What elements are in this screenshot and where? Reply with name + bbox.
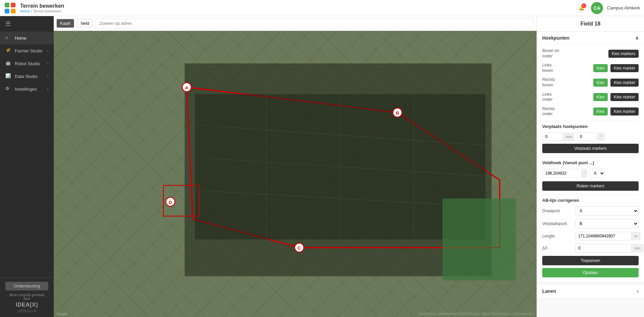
- chevron-right-icon: ›: [47, 75, 48, 78]
- svg-rect-1: [5, 3, 9, 7]
- kies-button-links-onder[interactable]: Kies: [593, 93, 608, 101]
- main-content: Kaart Veld: [54, 16, 644, 317]
- svg-rect-5: [185, 63, 492, 276]
- ab-lijn-title: AB-lijn corrigeren: [542, 198, 639, 203]
- verplaats-mm-input[interactable]: [542, 132, 562, 141]
- chevron-right-icon: ›: [47, 62, 48, 65]
- chevron-right-icon: ›: [47, 49, 48, 53]
- draaipunt-label: Draaipunt: [542, 209, 572, 213]
- toepassen-button[interactable]: Toepassen: [542, 256, 639, 265]
- deg-unit-label: °: [598, 133, 604, 141]
- svg-text:A: A: [185, 85, 188, 90]
- lanen-label: Lanen: [542, 288, 556, 294]
- veldhoek-point-select[interactable]: A B C D: [589, 169, 605, 178]
- lanen-section-header[interactable]: Lanen ›: [537, 284, 644, 298]
- roteer-markers-button[interactable]: Roteer markers: [542, 181, 639, 191]
- verplaats-markers-button[interactable]: Verplaats markers: [542, 144, 639, 153]
- chevron-right-icon: ›: [637, 288, 639, 294]
- opslaan-button[interactable]: Opslaan: [542, 268, 639, 277]
- sidebar-item-instellingen[interactable]: ⚙ Instellingen ›: [0, 83, 54, 95]
- data-icon: 📊: [5, 73, 11, 79]
- hamburger-button[interactable]: ☰: [0, 16, 54, 32]
- kies-marker-button-links-boven[interactable]: Kies marker: [610, 64, 639, 72]
- svg-text:B: B: [396, 110, 399, 116]
- svg-text:D: D: [169, 200, 172, 205]
- breadcrumb-home[interactable]: Home: [20, 9, 30, 13]
- sidebar-item-label: Home: [15, 36, 27, 41]
- kies-marker-button-rechts-onder[interactable]: Kies marker: [610, 107, 639, 116]
- map-credit-right: Sneltoetsen | Afbeeldingen ©2025 Airbus,…: [419, 312, 534, 316]
- sidebar-item-label: Farmer Studio: [15, 48, 42, 53]
- right-panel: Field 18 Hoekpunten ∧ Boven en onder Kie…: [537, 16, 644, 317]
- lengte-input[interactable]: [575, 232, 631, 240]
- hoekpunten-header[interactable]: Hoekpunten ∧: [537, 32, 644, 44]
- veldhoek-deg-label: °: [581, 169, 587, 177]
- veldhoek-title: Veldhoek (Vanuit punt ...): [542, 160, 639, 165]
- sidebar-item-label: Robot Studio: [15, 61, 40, 66]
- kaart-button[interactable]: Kaart: [56, 19, 74, 28]
- verplaatspunt-select[interactable]: BACD: [575, 219, 639, 228]
- dx-input[interactable]: [575, 244, 631, 253]
- chevron-right-icon: ›: [47, 87, 48, 91]
- breadcrumb-current: Terrein bewerken: [33, 9, 61, 13]
- map-toolbar: Kaart Veld: [54, 16, 537, 31]
- map-background[interactable]: A B C D Google Sneltoetsen | Afbeeldinge…: [54, 31, 537, 317]
- topbar: Terrein bewerken Home / Terrein bewerken…: [0, 0, 644, 16]
- notification-button[interactable]: 🔔 1: [576, 3, 587, 13]
- sidebar-item-label: Data Studio: [15, 74, 38, 79]
- sidebar: ☰ ⌂ Home 🌾 Farmer Studio › 🤖 Robot Studi…: [0, 16, 54, 317]
- app-logo: [4, 2, 16, 14]
- support-button[interactable]: Ondersteuning: [5, 282, 48, 290]
- hoekpunt-label-rechts-onder: Rechts onder: [542, 106, 561, 117]
- veld-button[interactable]: Veld: [77, 19, 93, 28]
- mm-unit-label: mm: [563, 133, 574, 141]
- page-title: Terrein bewerken: [20, 3, 576, 9]
- hoekpunt-row-links-onder: Links onder Kies Kies marker: [542, 92, 639, 102]
- ideax-logo: IDEA[X]: [5, 302, 48, 308]
- verplaats-title: Verplaats hoekpunten: [542, 124, 639, 129]
- sidebar-item-farmer-studio[interactable]: 🌾 Farmer Studio ›: [0, 44, 54, 57]
- svg-rect-3: [5, 9, 9, 13]
- hoekpunten-section: Hoekpunten ∧ Boven en onder Kies markers…: [537, 32, 644, 281]
- verplaats-row: mm °: [542, 132, 639, 141]
- kies-markers-button-boven-onder[interactable]: Kies markers: [608, 50, 639, 58]
- hoekpunt-label-boven-onder: Boven en onder: [542, 48, 561, 59]
- notification-badge: 1: [582, 3, 586, 8]
- farmer-icon: 🌾: [5, 48, 11, 54]
- field-title: Field 18: [537, 16, 644, 32]
- svg-rect-14: [443, 198, 516, 280]
- avatar[interactable]: CA: [591, 2, 603, 14]
- sidebar-item-label: Instellingen: [15, 87, 37, 92]
- verplaats-deg-input[interactable]: [577, 132, 597, 141]
- sidebar-item-robot-studio[interactable]: 🤖 Robot Studio ›: [0, 57, 54, 70]
- svg-point-16: [182, 83, 191, 92]
- veldhoek-angle-input[interactable]: [542, 169, 579, 178]
- dx-row: ΔX mm: [542, 244, 639, 253]
- search-input[interactable]: [95, 18, 534, 28]
- lengte-label: Lengte: [542, 234, 572, 238]
- sidebar-item-home[interactable]: ⌂ Home: [0, 32, 54, 44]
- sidebar-footer: Ondersteuning Mede mogelijk gemaakt door…: [0, 277, 54, 317]
- draaipunt-select[interactable]: ABCD: [575, 206, 639, 216]
- hoekpunt-label-rechts-boven: Rechts boven: [542, 77, 561, 88]
- svg-rect-7: [195, 94, 485, 239]
- kies-button-rechts-boven[interactable]: Kies: [593, 79, 608, 87]
- hoekpunt-label-links-boven: Links boven: [542, 63, 561, 73]
- lengte-input-group: m: [575, 232, 640, 240]
- svg-rect-15: [164, 185, 199, 216]
- svg-rect-4: [11, 9, 15, 13]
- verplaatspunt-row: Verplaatspunt BACD: [542, 219, 639, 228]
- home-icon: ⌂: [5, 35, 11, 41]
- map-credit-google: Google: [56, 312, 67, 316]
- kies-button-links-boven[interactable]: Kies: [593, 64, 608, 72]
- layout: ☰ ⌂ Home 🌾 Farmer Studio › 🤖 Robot Studi…: [0, 16, 644, 317]
- lengte-row: Lengte m: [542, 232, 639, 240]
- robot-icon: 🤖: [5, 60, 11, 66]
- kies-button-rechts-onder[interactable]: Kies: [593, 107, 608, 116]
- sidebar-item-data-studio[interactable]: 📊 Data Studio ›: [0, 70, 54, 83]
- kies-marker-button-links-onder[interactable]: Kies marker: [610, 93, 639, 101]
- svg-point-20: [295, 243, 304, 252]
- kies-marker-button-rechts-boven[interactable]: Kies marker: [610, 79, 639, 87]
- svg-line-8: [195, 125, 485, 145]
- dx-unit: mm: [631, 244, 643, 252]
